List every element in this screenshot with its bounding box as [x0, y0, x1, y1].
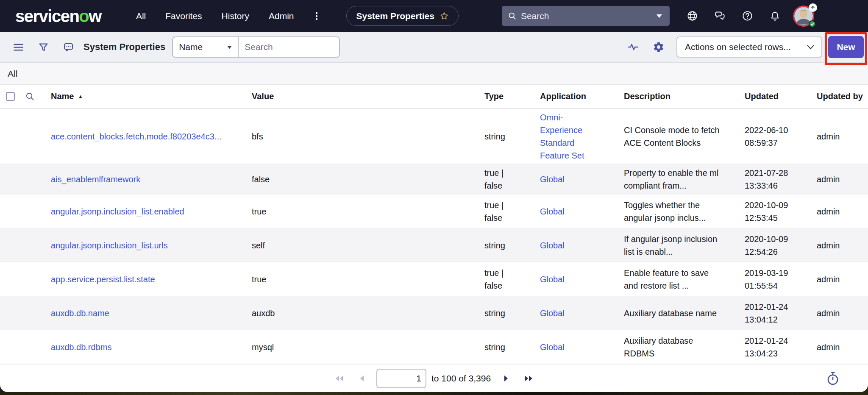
application-link[interactable]: Global	[540, 273, 565, 286]
property-updated-by: admin	[817, 341, 868, 353]
property-description: Auxiliary database name	[624, 307, 745, 320]
property-updated-by: admin	[817, 173, 868, 186]
context-pill[interactable]: System Properties	[346, 6, 458, 26]
search-scope-caret-icon[interactable]	[649, 14, 670, 18]
new-button[interactable]: New	[828, 36, 864, 58]
actions-dropdown-value: Actions on selected rows...	[685, 42, 791, 52]
column-header-updated[interactable]: Updated	[745, 92, 817, 101]
property-name-link[interactable]: angular.jsonp.inclusion_list.urls	[51, 239, 168, 252]
property-updated: 2022-06-10 08:59:37	[745, 124, 817, 149]
breadcrumb-all[interactable]: All	[8, 69, 17, 79]
table-row[interactable]: ais_enablemlframework false true | false…	[0, 164, 868, 194]
application-link[interactable]: Global	[540, 173, 565, 186]
property-updated: 2020-10-09 12:53:45	[745, 199, 817, 224]
settings-gear-icon[interactable]	[653, 41, 665, 53]
property-name-link[interactable]: app.service.persist.list.state	[51, 273, 155, 286]
comments-icon[interactable]	[63, 42, 74, 53]
application-link[interactable]: Global	[540, 205, 565, 218]
search-field-select[interactable]: Name	[173, 37, 239, 57]
property-description: Auxiliary database RDBMS	[624, 334, 745, 360]
user-avatar[interactable]	[794, 6, 815, 26]
nav-icon-group	[687, 10, 781, 22]
global-search	[502, 6, 670, 26]
global-search-input[interactable]	[521, 11, 649, 21]
table-row[interactable]: app.service.persist.list.state true true…	[0, 262, 868, 296]
property-updated: 2020-10-09 12:54:26	[745, 233, 817, 258]
application-link[interactable]: Omni-Experience Standard Feature Set	[540, 111, 592, 162]
nav-item-favorites[interactable]: Favorites	[165, 11, 202, 21]
property-updated-by: admin	[817, 205, 868, 218]
property-name-link[interactable]: ais_enablemlframework	[51, 173, 140, 186]
property-updated-by: admin	[817, 130, 868, 143]
list-search-input[interactable]	[239, 37, 339, 57]
property-description: Enable feature to save and restore list …	[624, 267, 745, 292]
header-gutter	[0, 92, 51, 101]
table-row[interactable]: auxdb.db.rdbms mysql string Global Auxil…	[0, 330, 868, 364]
nav-item-admin[interactable]: Admin	[269, 11, 294, 21]
table-row[interactable]: auxdb.db.name auxdb string Global Auxili…	[0, 296, 868, 330]
property-updated-by: admin	[817, 273, 868, 286]
chat-icon[interactable]	[714, 10, 726, 22]
property-updated: 2021-07-28 13:33:46	[745, 167, 817, 192]
sort-ascending-icon: ▲	[78, 93, 83, 100]
property-name-link[interactable]: auxdb.db.name	[51, 307, 109, 320]
page-title: System Properties	[83, 42, 165, 53]
column-header-application[interactable]: Application	[540, 92, 624, 101]
property-value: auxdb	[252, 307, 484, 320]
list-search-field	[239, 37, 339, 57]
help-icon[interactable]	[742, 10, 753, 22]
column-header-type[interactable]: Type	[484, 92, 540, 101]
favorite-star-icon[interactable]	[440, 11, 449, 21]
property-type: true | false	[484, 199, 540, 224]
notifications-bell-icon[interactable]	[769, 10, 781, 22]
application-link[interactable]: Global	[540, 307, 565, 320]
chevron-down-icon	[807, 45, 815, 50]
list-search-group: Name	[172, 36, 340, 58]
column-search-icon[interactable]	[25, 92, 35, 101]
property-name-link[interactable]: auxdb.db.rdbms	[51, 341, 111, 353]
property-updated: 2012-01-24 13:04:23	[745, 334, 817, 360]
table-row[interactable]: angular.jsonp.inclusion_list.enabled tru…	[0, 194, 868, 228]
current-page-input[interactable]	[376, 369, 426, 388]
application-link[interactable]: Global	[540, 341, 565, 353]
property-value: true	[252, 273, 484, 286]
property-updated: 2012-01-24 13:04:12	[745, 300, 817, 326]
actions-dropdown[interactable]: Actions on selected rows...	[676, 36, 822, 58]
property-name-link[interactable]: angular.jsonp.inclusion_list.enabled	[51, 205, 184, 218]
column-header-value[interactable]: Value	[252, 92, 484, 101]
globe-icon[interactable]	[687, 10, 698, 22]
filter-funnel-icon[interactable]	[38, 42, 49, 53]
overflow-menu-icon[interactable]	[312, 11, 322, 21]
property-value: bfs	[252, 130, 484, 143]
select-caret-icon	[227, 46, 232, 49]
property-name-link[interactable]: ace.content_blocks.fetch.mode.f80203e4c3…	[51, 130, 222, 143]
application-link[interactable]: Global	[540, 239, 565, 252]
column-header-name[interactable]: Name ▲	[51, 92, 252, 101]
response-time-stopwatch-icon[interactable]	[826, 371, 840, 386]
column-header-updated-by[interactable]: Updated by	[817, 92, 868, 101]
property-type: true | false	[484, 167, 540, 192]
nav-item-all[interactable]: All	[136, 11, 146, 21]
nav-item-history[interactable]: History	[222, 11, 249, 21]
property-description: Property to enable the ml compliant fram…	[624, 167, 745, 192]
property-type: string	[484, 239, 540, 252]
first-page-icon[interactable]	[332, 371, 347, 386]
previous-page-icon[interactable]	[354, 371, 369, 386]
column-header-description[interactable]: Description	[624, 92, 745, 101]
property-updated-by: admin	[817, 307, 868, 320]
property-type: string	[484, 130, 540, 143]
status-check-badge-icon	[809, 20, 816, 28]
property-value: true	[252, 205, 484, 218]
table-row[interactable]: ace.content_blocks.fetch.mode.f80203e4c3…	[0, 108, 868, 164]
table-header-row: Name ▲ Value Type Application Descriptio…	[0, 85, 868, 108]
last-page-icon[interactable]	[521, 371, 536, 386]
servicenow-logo[interactable]: servicenow	[15, 8, 101, 25]
property-type: string	[484, 307, 540, 320]
table-row[interactable]: angular.jsonp.inclusion_list.urls self s…	[0, 228, 868, 262]
pagination-range-label: to 100 of 3,396	[431, 373, 491, 384]
property-updated: 2019-03-19 01:55:54	[745, 267, 817, 292]
next-page-icon[interactable]	[499, 371, 514, 386]
list-menu-hamburger-icon[interactable]	[13, 42, 24, 53]
select-all-checkbox[interactable]	[6, 92, 15, 101]
activity-pulse-icon[interactable]	[627, 41, 639, 53]
